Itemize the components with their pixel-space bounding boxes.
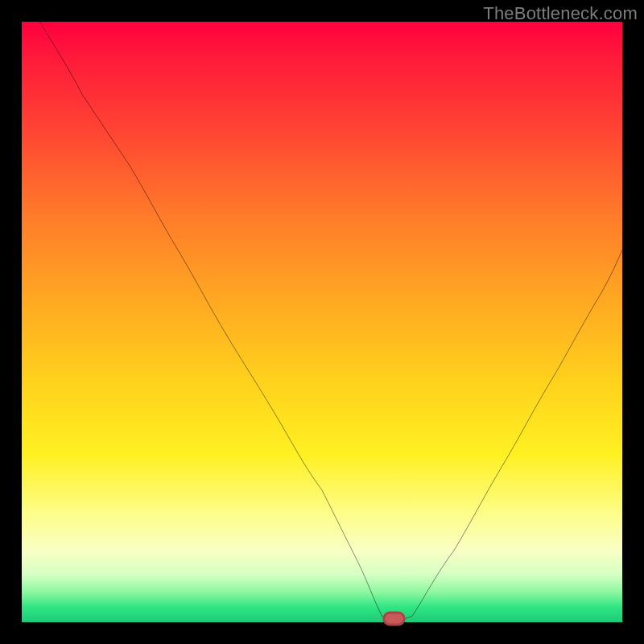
curve-path bbox=[39, 22, 622, 622]
optimal-marker bbox=[384, 613, 404, 625]
plot-area bbox=[22, 22, 622, 622]
chart-frame: TheBottleneck.com bbox=[0, 0, 644, 644]
bottleneck-curve bbox=[22, 22, 622, 622]
